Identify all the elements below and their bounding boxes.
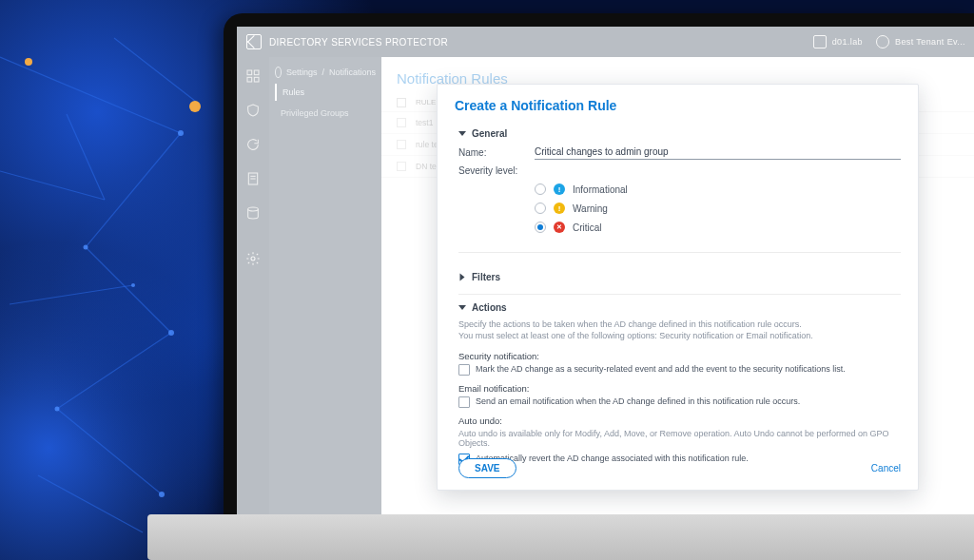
svg-line-9 bbox=[67, 114, 105, 200]
app-logo-icon bbox=[246, 34, 262, 49]
section-header-filters[interactable]: Filters bbox=[458, 272, 901, 282]
severity-option-warning[interactable]: Warning bbox=[535, 203, 901, 214]
info-icon bbox=[554, 183, 565, 195]
radio-button[interactable] bbox=[535, 222, 546, 233]
breadcrumb-current: Notifications bbox=[329, 68, 376, 77]
severity-option-label: Informational bbox=[573, 184, 628, 195]
row-name: test1 bbox=[416, 118, 433, 127]
checkbox-label: Send an email notification when the AD c… bbox=[476, 396, 800, 406]
sidebar-item-label: Rules bbox=[282, 87, 304, 97]
svg-point-11 bbox=[84, 245, 88, 250]
severity-option-critical[interactable]: Critical bbox=[535, 222, 901, 233]
section-label: General bbox=[472, 128, 507, 139]
refresh-icon[interactable] bbox=[245, 137, 261, 152]
chevron-right-icon bbox=[460, 274, 465, 281]
chevron-down-icon bbox=[458, 131, 466, 136]
name-input[interactable]: Critical changes to admin group bbox=[535, 145, 901, 160]
chevron-down-icon bbox=[458, 305, 466, 310]
security-notification-checkbox[interactable]: Mark the AD change as a security-related… bbox=[458, 364, 901, 376]
svg-rect-22 bbox=[248, 173, 257, 184]
back-icon bbox=[275, 67, 282, 78]
critical-icon bbox=[554, 222, 565, 233]
severity-label: Severity level: bbox=[458, 165, 535, 176]
gear-icon[interactable] bbox=[245, 251, 261, 266]
row-checkbox[interactable] bbox=[397, 140, 406, 149]
svg-point-26 bbox=[251, 257, 255, 261]
checkbox-icon bbox=[458, 396, 470, 408]
svg-point-16 bbox=[189, 101, 201, 112]
tenant-icon bbox=[876, 35, 889, 48]
checkbox-icon bbox=[458, 364, 470, 376]
severity-option-label: Warning bbox=[573, 203, 608, 214]
section-label: Actions bbox=[472, 302, 507, 313]
sidebar-item-label: Privileged Groups bbox=[281, 108, 349, 118]
svg-line-5 bbox=[10, 285, 133, 304]
severity-option-informational[interactable]: Informational bbox=[535, 183, 901, 195]
svg-line-6 bbox=[114, 38, 200, 105]
auto-undo-note: Auto undo is available only for Modify, … bbox=[458, 429, 901, 448]
warning-icon bbox=[554, 203, 565, 214]
dialog-title: Create a Notification Rule bbox=[438, 85, 918, 123]
directory-name: d01.lab bbox=[832, 37, 863, 47]
cancel-button[interactable]: Cancel bbox=[871, 463, 901, 473]
tenant-chip[interactable]: Best Tenant Ev... bbox=[876, 35, 965, 48]
svg-line-7 bbox=[38, 475, 143, 532]
severity-option-label: Critical bbox=[573, 222, 602, 233]
section-label: Filters bbox=[472, 272, 500, 282]
laptop-frame: DIRECTORY SERVICES PROTECTOR d01.lab Bes… bbox=[224, 13, 974, 560]
row-checkbox[interactable] bbox=[397, 118, 406, 127]
directory-chip[interactable]: d01.lab bbox=[813, 35, 863, 48]
actions-description: Specify the actions to be taken when the… bbox=[458, 319, 901, 341]
radio-button[interactable] bbox=[535, 203, 546, 214]
svg-rect-20 bbox=[247, 77, 252, 82]
tenant-name: Best Tenant Ev... bbox=[895, 37, 965, 47]
svg-line-3 bbox=[57, 333, 171, 409]
svg-rect-19 bbox=[254, 70, 259, 75]
radio-button[interactable] bbox=[535, 183, 546, 195]
create-notification-rule-dialog: Create a Notification Rule General Name:… bbox=[437, 84, 919, 491]
breadcrumb-parent: Settings bbox=[286, 68, 318, 77]
database-icon[interactable] bbox=[245, 205, 261, 221]
svg-line-2 bbox=[86, 247, 171, 333]
sidebar-item-privileged-groups[interactable]: Privileged Groups bbox=[275, 105, 376, 122]
app-title: DIRECTORY SERVICES PROTECTOR bbox=[269, 37, 448, 48]
row-checkbox[interactable] bbox=[397, 162, 406, 171]
svg-point-17 bbox=[25, 58, 32, 66]
top-app-bar: DIRECTORY SERVICES PROTECTOR d01.lab Bes… bbox=[237, 27, 974, 57]
section-header-actions[interactable]: Actions bbox=[458, 302, 901, 313]
app-screen: DIRECTORY SERVICES PROTECTOR d01.lab Bes… bbox=[237, 27, 974, 514]
svg-point-12 bbox=[168, 330, 174, 336]
sidebar-item-rules[interactable]: Rules bbox=[275, 84, 376, 101]
section-general: General Name: Critical changes to admin … bbox=[458, 128, 901, 253]
security-notification-heading: Security notification: bbox=[458, 351, 901, 361]
left-nav-rail bbox=[237, 57, 269, 514]
checkbox-label: Mark the AD change as a security-related… bbox=[476, 364, 846, 374]
section-filters: Filters bbox=[458, 261, 901, 295]
email-notification-checkbox[interactable]: Send an email notification when the AD c… bbox=[458, 396, 901, 408]
auto-undo-heading: Auto undo: bbox=[458, 415, 901, 426]
select-all-checkbox[interactable] bbox=[397, 98, 406, 107]
svg-point-10 bbox=[178, 130, 184, 136]
svg-rect-21 bbox=[254, 77, 259, 82]
svg-line-4 bbox=[57, 409, 162, 494]
breadcrumb[interactable]: Settings/ Notifications bbox=[275, 67, 376, 78]
svg-rect-18 bbox=[247, 70, 252, 75]
document-icon[interactable] bbox=[245, 171, 261, 186]
dialog-footer: SAVE Cancel bbox=[438, 447, 918, 490]
shield-icon[interactable] bbox=[245, 103, 261, 118]
svg-point-25 bbox=[248, 207, 259, 211]
save-button[interactable]: SAVE bbox=[458, 458, 516, 478]
settings-sidebar: Settings/ Notifications Rules Privileged… bbox=[269, 57, 381, 514]
svg-point-14 bbox=[159, 492, 165, 497]
svg-line-8 bbox=[0, 171, 105, 200]
section-actions: Actions Specify the actions to be taken … bbox=[458, 302, 901, 465]
dashboard-icon[interactable] bbox=[245, 68, 261, 84]
svg-point-13 bbox=[55, 407, 60, 412]
directory-icon bbox=[813, 35, 827, 48]
email-notification-heading: Email notification: bbox=[458, 383, 901, 394]
name-label: Name: bbox=[458, 147, 535, 158]
section-header-general[interactable]: General bbox=[458, 128, 901, 139]
svg-point-15 bbox=[131, 283, 135, 287]
